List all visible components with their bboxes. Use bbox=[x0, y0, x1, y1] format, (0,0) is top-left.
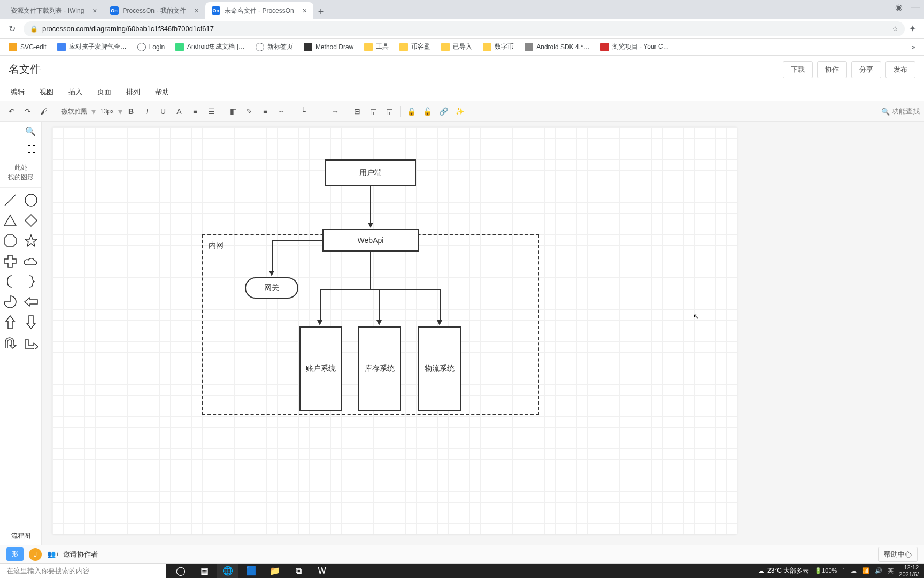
help-center-button[interactable]: 帮助中心 bbox=[878, 547, 918, 562]
lock-button[interactable]: 🔒 bbox=[404, 104, 419, 119]
fill-color-button[interactable]: ◧ bbox=[226, 104, 241, 119]
unlock-button[interactable]: 🔓 bbox=[420, 104, 435, 119]
chevron-up-icon[interactable]: ˄ bbox=[842, 567, 845, 574]
bookmark-item[interactable]: 应对孩子发脾气全… bbox=[53, 40, 131, 54]
bookmark-item[interactable]: Android SDK 4.*… bbox=[520, 41, 594, 54]
line-width-button[interactable]: ≡ bbox=[258, 104, 273, 119]
line-color-button[interactable]: ✎ bbox=[242, 104, 257, 119]
link-button[interactable]: 🔗 bbox=[436, 104, 451, 119]
redo-button[interactable]: ↷ bbox=[20, 104, 35, 119]
bookmark-item[interactable]: 浏览项目 - Your C… bbox=[596, 40, 674, 54]
shape-octagon[interactable] bbox=[2, 233, 18, 249]
bookmark-item[interactable]: 新标签页 bbox=[251, 40, 297, 54]
node-webapi[interactable]: WebApi bbox=[322, 229, 419, 252]
undo-button[interactable]: ↶ bbox=[4, 104, 19, 119]
cloud-icon[interactable]: ☁ bbox=[851, 567, 857, 574]
start-button[interactable]: ◯ bbox=[170, 564, 191, 579]
reload-button[interactable]: ↻ bbox=[4, 21, 19, 36]
vs-icon[interactable]: ⧉ bbox=[288, 564, 309, 579]
node-client[interactable]: 用户端 bbox=[325, 159, 416, 186]
edge-icon[interactable]: 🟦 bbox=[241, 564, 262, 579]
edge[interactable] bbox=[370, 252, 371, 289]
menu-arrange[interactable]: 排列 bbox=[120, 85, 147, 99]
battery-icon[interactable]: 🔋100% bbox=[814, 567, 837, 574]
wps-icon[interactable]: W bbox=[311, 564, 333, 579]
line-type-button[interactable]: — bbox=[312, 104, 327, 119]
node-inventory[interactable]: 库存系统 bbox=[358, 326, 401, 411]
align-button[interactable]: ≡ bbox=[188, 104, 203, 119]
menu-edit[interactable]: 编辑 bbox=[4, 85, 31, 99]
browser-tab-active[interactable]: On 未命名文件 - ProcessOn × bbox=[205, 2, 313, 19]
share-button[interactable]: 分享 bbox=[851, 61, 881, 78]
chrome-icon[interactable]: 🌐 bbox=[217, 564, 238, 579]
clock-time[interactable]: 12:12 bbox=[899, 564, 919, 571]
document-title[interactable]: 名文件 bbox=[9, 62, 41, 77]
arrow-type-button[interactable]: → bbox=[328, 104, 343, 119]
browser-tab[interactable]: On ProcessOn - 我的文件 × bbox=[104, 2, 205, 19]
underline-button[interactable]: U bbox=[156, 104, 171, 119]
italic-button[interactable]: I bbox=[140, 104, 155, 119]
new-tab-button[interactable]: + bbox=[313, 4, 328, 19]
font-select[interactable]: 微软雅黑 bbox=[58, 106, 90, 117]
shape-triangle[interactable] bbox=[2, 212, 18, 229]
shape-brace-right[interactable] bbox=[23, 273, 39, 290]
edge[interactable] bbox=[320, 289, 441, 290]
shape-diamond[interactable] bbox=[23, 212, 39, 229]
canvas-viewport[interactable]: 内网 用户端 WebApi 网关 账户系统 库存系统 物流系统 bbox=[42, 122, 924, 545]
canvas[interactable]: 内网 用户端 WebApi 网关 账户系统 库存系统 物流系统 bbox=[52, 127, 737, 534]
url-field[interactable]: 🔒 processon.com/diagraming/60bab1c1f346f… bbox=[24, 21, 905, 36]
edge[interactable] bbox=[370, 186, 371, 224]
fontsize-select[interactable]: 13px bbox=[97, 107, 117, 116]
extensions-icon[interactable]: ✦ bbox=[909, 24, 920, 34]
publish-button[interactable]: 发布 bbox=[886, 61, 915, 78]
bookmark-item[interactable]: Android集成文档 |… bbox=[171, 40, 249, 54]
menu-help[interactable]: 帮助 bbox=[149, 85, 175, 99]
align-objects-button[interactable]: ⊟ bbox=[350, 104, 365, 119]
menu-view[interactable]: 视图 bbox=[33, 85, 60, 99]
shape-arrow-down[interactable] bbox=[23, 314, 39, 330]
bold-button[interactable]: B bbox=[124, 104, 138, 119]
bring-front-button[interactable]: ◱ bbox=[366, 104, 381, 119]
shape-uturn[interactable] bbox=[2, 334, 18, 351]
magic-button[interactable]: ✨ bbox=[452, 104, 467, 119]
connector-type-button[interactable]: └ bbox=[296, 104, 311, 119]
bookmarks-overflow[interactable]: » bbox=[907, 41, 920, 53]
shape-star[interactable] bbox=[23, 233, 39, 249]
shape-bracket-left[interactable] bbox=[2, 273, 18, 290]
weather-widget[interactable]: ☁ 23°C 大部多云 bbox=[758, 566, 809, 575]
volume-icon[interactable]: 🔊 bbox=[875, 567, 882, 574]
font-color-button[interactable]: A bbox=[172, 104, 187, 119]
close-icon[interactable]: × bbox=[303, 6, 307, 15]
wifi-icon[interactable]: 📶 bbox=[862, 567, 869, 574]
bookmark-item[interactable]: 已导入 bbox=[437, 40, 476, 54]
windows-search-input[interactable]: 在这里输入你要搜索的内容 bbox=[0, 566, 166, 576]
node-account[interactable]: 账户系统 bbox=[299, 326, 342, 411]
bookmark-item[interactable]: 工具 bbox=[360, 40, 393, 54]
feature-search[interactable]: 🔍 功能查找 bbox=[881, 107, 920, 116]
ime-indicator[interactable]: 英 bbox=[888, 567, 894, 575]
sidebar-search[interactable]: 🔍 bbox=[0, 122, 41, 141]
send-back-button[interactable]: ◲ bbox=[382, 104, 397, 119]
bookmark-item[interactable]: 币客盈 bbox=[395, 40, 435, 54]
minimize-icon[interactable]: — bbox=[911, 2, 920, 12]
bookmark-item[interactable]: Method Draw bbox=[299, 41, 358, 54]
task-view-button[interactable]: ▦ bbox=[194, 564, 215, 579]
bookmark-item[interactable]: SVG-edit bbox=[4, 41, 51, 54]
edge[interactable] bbox=[272, 240, 322, 241]
explorer-icon[interactable]: 📁 bbox=[264, 564, 286, 579]
sidebar-section-label[interactable]: 流程图 bbox=[0, 527, 41, 545]
shape-line[interactable] bbox=[2, 192, 18, 208]
shapes-badge[interactable]: 形 bbox=[6, 547, 24, 561]
bookmark-item[interactable]: 数字币 bbox=[479, 40, 518, 54]
edge[interactable] bbox=[440, 289, 441, 321]
shape-corner[interactable] bbox=[23, 334, 39, 351]
line-style-button[interactable]: ╌ bbox=[274, 104, 289, 119]
menu-insert[interactable]: 插入 bbox=[62, 85, 89, 99]
shape-arrow-left[interactable] bbox=[23, 294, 39, 310]
list-button[interactable]: ☰ bbox=[204, 104, 219, 119]
download-button[interactable]: 下载 bbox=[783, 61, 813, 78]
bookmark-item[interactable]: Login bbox=[133, 41, 169, 54]
close-icon[interactable]: × bbox=[93, 6, 97, 15]
node-logistics[interactable]: 物流系统 bbox=[418, 326, 461, 411]
format-painter-button[interactable]: 🖌 bbox=[36, 104, 51, 119]
